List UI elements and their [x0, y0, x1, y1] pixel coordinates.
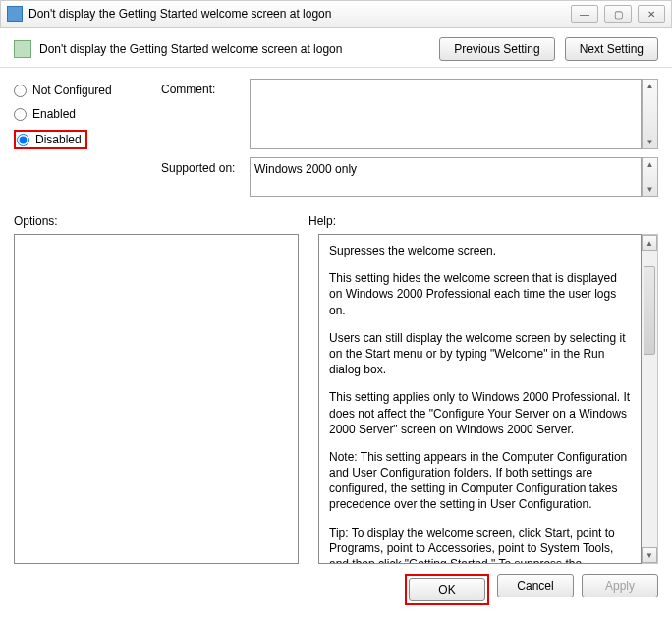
- radio-not-configured[interactable]: Not Configured: [14, 79, 141, 102]
- policy-title: Don't display the Getting Started welcom…: [39, 42, 342, 56]
- radio-enabled-input[interactable]: [14, 108, 27, 121]
- dialog-footer: OK Cancel Apply: [0, 564, 672, 615]
- options-pane: [14, 234, 299, 564]
- radio-not-configured-input[interactable]: [14, 85, 27, 97]
- options-label: Options:: [14, 214, 308, 228]
- comment-textarea[interactable]: [250, 79, 642, 149]
- help-paragraph: Supresses the welcome screen.: [329, 243, 631, 258]
- window-controls: — ▢ ✕: [571, 5, 671, 23]
- help-paragraph: This setting applies only to Windows 200…: [329, 389, 631, 437]
- comment-scrollbar[interactable]: ▲ ▼: [642, 79, 658, 149]
- comment-label: Comment:: [161, 79, 250, 96]
- title-bar: Don't display the Getting Started welcom…: [0, 0, 672, 28]
- ok-highlight: OK: [405, 574, 489, 605]
- cancel-button[interactable]: Cancel: [497, 574, 574, 597]
- help-paragraph: This setting hides the welcome screen th…: [329, 270, 631, 318]
- window-title: Don't display the Getting Started welcom…: [28, 7, 571, 21]
- scroll-down-icon: ▼: [643, 183, 657, 196]
- divider: [0, 67, 672, 69]
- radio-disabled-input[interactable]: [17, 134, 29, 146]
- scroll-up-icon: ▲: [643, 80, 657, 92]
- scroll-down-icon: ▼: [642, 547, 657, 563]
- radio-not-configured-label: Not Configured: [32, 84, 112, 97]
- radio-disabled-label: Disabled: [35, 133, 82, 146]
- close-button[interactable]: ✕: [638, 5, 665, 23]
- header-row: Don't display the Getting Started welcom…: [14, 37, 658, 61]
- radio-enabled-label: Enabled: [32, 107, 76, 121]
- help-scrollbar[interactable]: ▲ ▼: [642, 234, 658, 564]
- scroll-up-icon: ▲: [643, 158, 657, 171]
- apply-button[interactable]: Apply: [582, 574, 658, 597]
- scroll-down-icon: ▼: [643, 136, 657, 148]
- next-setting-button[interactable]: Next Setting: [565, 37, 658, 61]
- help-label: Help:: [308, 214, 336, 228]
- help-paragraph: Note: This setting appears in the Comput…: [329, 449, 631, 513]
- help-paragraph: Users can still display the welcome scre…: [329, 330, 631, 378]
- minimize-button[interactable]: —: [571, 5, 598, 23]
- scroll-thumb[interactable]: [644, 266, 655, 355]
- ok-button[interactable]: OK: [409, 578, 485, 601]
- radio-enabled[interactable]: Enabled: [14, 102, 141, 126]
- previous-setting-button[interactable]: Previous Setting: [439, 37, 554, 61]
- help-pane: Supresses the welcome screen. This setti…: [318, 234, 642, 564]
- app-icon: [7, 6, 23, 22]
- supported-on-label: Supported on:: [161, 157, 250, 175]
- help-paragraph: Tip: To display the welcome screen, clic…: [329, 525, 631, 564]
- scroll-up-icon: ▲: [642, 235, 657, 251]
- policy-icon: [14, 40, 31, 58]
- disabled-highlight: Disabled: [14, 130, 87, 149]
- supported-on-value: Windows 2000 only: [250, 157, 642, 197]
- maximize-button[interactable]: ▢: [604, 5, 632, 23]
- supported-scrollbar[interactable]: ▲ ▼: [642, 157, 658, 197]
